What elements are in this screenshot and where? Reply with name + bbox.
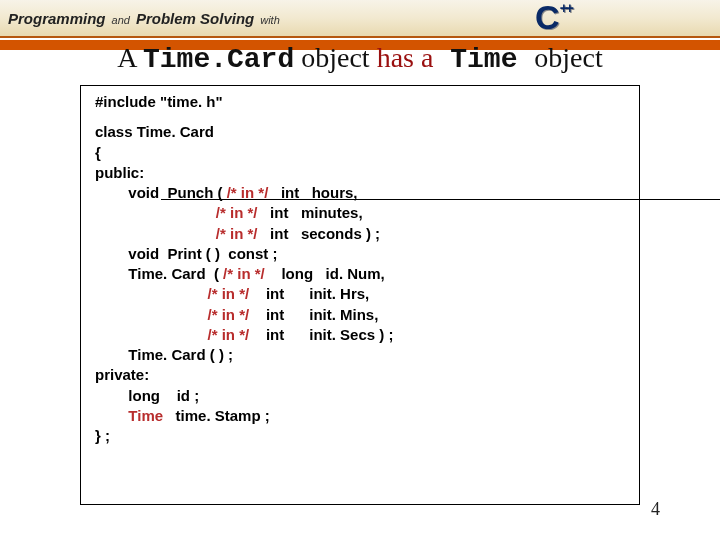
brand-with: with [260, 14, 280, 26]
page-number: 4 [651, 499, 660, 520]
code-include: #include "time. h" [95, 92, 625, 112]
code-l13: private: [95, 366, 149, 383]
code-l8b: long id. Num, [265, 265, 385, 282]
code-l6a [95, 225, 216, 242]
code-l6c: /* in */ [216, 225, 258, 242]
code-l11c: /* in */ [208, 326, 250, 343]
code-l14: long id ; [95, 387, 199, 404]
code-l15a [95, 407, 128, 424]
title-obj2: object [534, 42, 602, 73]
brand-header: Programming and Problem Solving with C++ [0, 0, 720, 38]
title-obj1: object [294, 42, 376, 73]
code-l5b: int minutes, [258, 204, 363, 221]
brand-and: and [112, 14, 130, 26]
code-l2: { [95, 144, 101, 161]
code-l5a [95, 204, 216, 221]
code-l11b: int init. Secs ) ; [249, 326, 393, 343]
code-l15b: time. Stamp ; [163, 407, 270, 424]
code-l10a [95, 306, 208, 323]
code-l11a [95, 326, 208, 343]
code-l15t: Time [128, 407, 163, 424]
code-l9b: int init. Hrs, [249, 285, 369, 302]
title-time: Time [433, 44, 534, 75]
code-l12: Time. Card ( ) ; [95, 346, 233, 363]
brand-programming: Programming [8, 10, 106, 27]
brand-text: Programming and Problem Solving with [8, 10, 280, 27]
code-l10b: int init. Mins, [249, 306, 378, 323]
code-l9c: /* in */ [208, 285, 250, 302]
code-l9a [95, 285, 208, 302]
cpp-pp: ++ [560, 0, 572, 16]
code-body: class Time. Card { public: void Punch ( … [95, 122, 625, 446]
cpp-logo: C++ [535, 0, 570, 37]
code-divider [161, 199, 720, 200]
code-l7: void Print ( ) const ; [95, 245, 278, 262]
title-timecard: Time.Card [143, 44, 294, 75]
code-l8c: /* in */ [223, 265, 265, 282]
code-l6b: int seconds ) ; [258, 225, 381, 242]
code-l16: } ; [95, 427, 110, 444]
code-l1: class Time. Card [95, 123, 214, 140]
brand-problem: Problem Solving [136, 10, 254, 27]
slide-title: A Time.Card object has a Time object [0, 42, 720, 75]
code-box: #include "time. h" class Time. Card { pu… [80, 85, 640, 505]
cpp-c: C [535, 0, 558, 36]
code-l10c: /* in */ [208, 306, 250, 323]
title-a: A [117, 42, 143, 73]
code-l3: public: [95, 164, 144, 181]
code-l8a: Time. Card ( [95, 265, 223, 282]
code-l5c: /* in */ [216, 204, 258, 221]
title-hasa: has a [377, 42, 434, 73]
